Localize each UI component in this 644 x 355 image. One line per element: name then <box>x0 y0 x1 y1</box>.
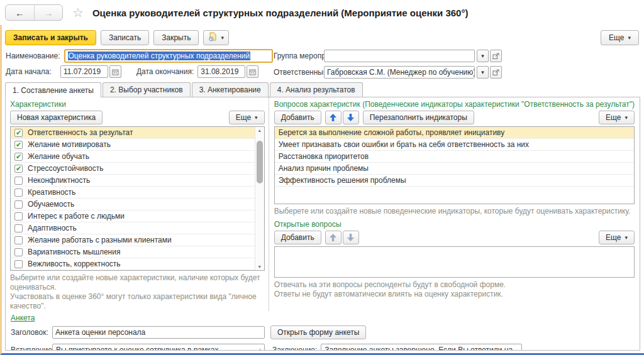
checkbox-icon[interactable]: ✔ <box>14 260 23 268</box>
tab-participants[interactable]: 2. Выбор участников <box>103 82 191 97</box>
characteristic-row[interactable]: ✔Желание мотивировать <box>11 139 255 151</box>
indicators-more-button[interactable]: Еще ▾ <box>599 111 635 124</box>
move-down-icon <box>347 234 354 241</box>
responsible-dropdown-button[interactable]: ▾ <box>477 66 489 79</box>
checkbox-icon[interactable]: ✔ <box>14 200 23 209</box>
scroll-up-icon[interactable]: ▲ <box>255 128 264 133</box>
conclusion-textarea[interactable]: Заполнение анкеты завершено. Если Вы отв… <box>321 344 522 351</box>
dropdown-icon: ▾ <box>221 35 224 41</box>
date-start-input[interactable]: 11.07.2019 <box>60 65 108 78</box>
move-down-button[interactable] <box>343 111 359 124</box>
name-input[interactable]: Оценка руководителей структурных подразд… <box>64 49 273 63</box>
characteristic-row[interactable]: ✔Вежливость, корректность <box>11 258 255 270</box>
move-up-icon <box>330 114 336 121</box>
group-dropdown-button[interactable]: ▾ <box>477 50 489 62</box>
back-button[interactable]: ← <box>6 5 34 20</box>
group-input[interactable] <box>324 50 475 62</box>
more-button-label: Еще <box>606 113 621 122</box>
characteristic-row[interactable]: ✔ <box>11 270 255 271</box>
checkbox-icon[interactable]: ✔ <box>14 188 23 197</box>
questionnaire-section: Анкета Заголовок: Анкета оценки персонал… <box>6 311 640 351</box>
checkbox-icon[interactable]: ✔ <box>14 236 23 244</box>
characteristic-row[interactable]: ✔Креативность <box>11 187 255 199</box>
more-button-top[interactable]: Еще ▾ <box>601 30 639 45</box>
characteristics-hint-2: Участвовать в оценке 360° могут только х… <box>10 292 265 311</box>
date-end-calendar-button[interactable] <box>247 65 258 78</box>
checkbox-icon[interactable]: ✔ <box>14 224 23 232</box>
scroll-up-icon[interactable]: ▲ <box>258 347 262 351</box>
responsible-open-button[interactable] <box>490 66 502 79</box>
scroll-down-icon[interactable]: ▼ <box>255 265 264 269</box>
characteristic-row[interactable]: ✔Неконфликтность <box>11 175 255 187</box>
indicator-label: Эффективность решения проблемы <box>279 176 406 185</box>
refill-indicators-button[interactable]: Перезаполнить индикаторы <box>363 111 474 124</box>
indicator-label: Берется за выполнение сложной работы, пр… <box>279 128 505 137</box>
characteristic-row[interactable]: ✔Обучаемость <box>11 199 255 210</box>
indicators-add-button[interactable]: Добавить <box>274 111 321 124</box>
indicator-label: Расстановка приоритетов <box>279 152 369 161</box>
indicator-row[interactable]: Берется за выполнение сложной работы, пр… <box>275 127 634 139</box>
checkbox-icon[interactable]: ✔ <box>14 248 23 256</box>
tab-surveying[interactable]: 3. Анкетирование <box>192 82 269 97</box>
save-and-close-button[interactable]: Записать и закрыть <box>5 30 96 45</box>
tab-questionnaire-setup[interactable]: 1. Составление анкеты <box>5 82 101 97</box>
move-up-button[interactable] <box>325 111 341 124</box>
move-down-icon <box>347 114 354 121</box>
indicator-row[interactable]: Расстановка приоритетов <box>275 151 634 163</box>
characteristic-row[interactable]: ✔Желание обучать <box>11 151 255 163</box>
characteristic-label: Неконфликтность <box>28 176 90 185</box>
open-questions-add-button[interactable]: Добавить <box>274 231 321 244</box>
indicators-list: Берется за выполнение сложной работы, пр… <box>274 126 635 204</box>
characteristic-label: Вежливость, корректность <box>28 259 121 268</box>
group-open-button[interactable] <box>490 50 502 62</box>
command-bar: Записать и закрыть Записать Закрыть ▾ Ещ… <box>2 25 644 49</box>
intro-label: Вступление: <box>11 344 52 351</box>
responsible-input[interactable]: Габровская С.М. (Менеджер по обучению) <box>324 66 475 79</box>
indicators-section: Вопросов характеристик (Поведенческие ин… <box>269 97 640 311</box>
checkbox-icon[interactable]: ✔ <box>14 212 23 221</box>
checkbox-icon[interactable]: ✔ <box>14 153 23 161</box>
checkbox-icon[interactable]: ✔ <box>14 141 23 149</box>
date-start-label: Дата начала: <box>6 67 52 76</box>
questionnaire-header-input[interactable]: Анкета оценки персонала <box>52 326 265 339</box>
characteristic-row[interactable]: ✔Ответственность за результат <box>11 127 255 139</box>
date-start-calendar-button[interactable] <box>109 65 121 78</box>
window-header: ← → ☆ Оценка руководителей структурных п… <box>0 0 644 25</box>
checkbox-icon[interactable]: ✔ <box>14 177 23 185</box>
save-button[interactable]: Записать <box>101 30 149 45</box>
dropdown-icon: ▾ <box>625 234 628 241</box>
intro-text: Вы приступаете к оценке сотрудника в рам… <box>56 346 235 351</box>
characteristic-row[interactable]: ✔Желание работать с разными клиентами <box>11 234 255 246</box>
open-questions-list[interactable] <box>274 246 635 278</box>
date-end-value: 31.08.2019 <box>201 67 238 76</box>
indicator-row[interactable]: Эффективность решения проблемы <box>275 175 634 187</box>
open-questionnaire-form-button[interactable]: Открыть форму анкеты <box>270 325 366 339</box>
indicators-hint: Выберете или создайте новые поведенчески… <box>274 207 635 216</box>
date-end-input[interactable]: 31.08.2019 <box>197 65 245 78</box>
indicators-title: Вопросов характеристик (Поведенческие ин… <box>274 100 635 109</box>
characteristic-label: Стрессоустойчивость <box>28 164 103 173</box>
new-characteristic-button[interactable]: Новая характеристика <box>10 111 103 124</box>
favorite-star-icon[interactable]: ☆ <box>72 6 84 19</box>
tab-strip: 1. Составление анкеты 2. Выбор участнико… <box>2 82 644 97</box>
characteristics-title: Характеристики <box>10 100 265 109</box>
responsible-label: Ответственный: <box>274 68 320 77</box>
checkbox-icon[interactable]: ✔ <box>14 165 23 173</box>
intro-textarea[interactable]: Вы приступаете к оценке сотрудника в рам… <box>52 344 265 351</box>
indicator-row[interactable]: Умеет признавать свои ошибки и брать на … <box>275 139 634 151</box>
characteristics-more-button[interactable]: Еще ▾ <box>229 111 265 124</box>
close-button[interactable]: Закрыть <box>153 30 199 45</box>
questionnaire-link[interactable]: Анкета <box>11 314 35 322</box>
characteristic-row[interactable]: ✔Стрессоустойчивость <box>11 163 255 175</box>
characteristic-row[interactable]: ✔Интерес к работе с людьми <box>11 210 255 222</box>
checkbox-icon[interactable]: ✔ <box>14 129 23 137</box>
indicator-row[interactable]: Анализ причин проблемы <box>275 163 634 175</box>
characteristic-row[interactable]: ✔Адаптивность <box>11 222 255 234</box>
tab-results-analysis[interactable]: 4. Анализ результатов <box>270 82 363 97</box>
characteristic-row[interactable]: ✔Вариативность мышления <box>11 246 255 258</box>
characteristic-label: Ответственность за результат <box>28 128 133 137</box>
create-based-on-button[interactable]: ▾ <box>203 30 229 45</box>
scrollbar-thumb[interactable] <box>257 141 263 183</box>
name-input-selected-text: Оценка руководителей структурных подразд… <box>68 52 251 60</box>
open-questions-more-button[interactable]: Еще ▾ <box>599 231 635 244</box>
